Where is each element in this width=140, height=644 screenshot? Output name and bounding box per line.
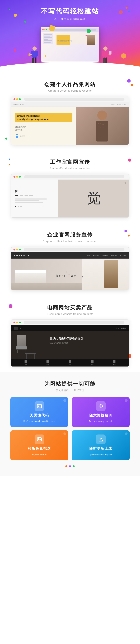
features-deco-tl bbox=[9, 8, 10, 10]
ecommerce-nav-item-2: 搜索 bbox=[116, 327, 119, 330]
studio-brand: 解 bbox=[15, 190, 55, 194]
card-deco-4 bbox=[125, 432, 127, 435]
svg-point-18 bbox=[97, 110, 107, 120]
ecommerce-bottom-cart: 购物 bbox=[113, 360, 115, 365]
ecommerce-bottom-goods: 品品 bbox=[68, 360, 72, 365]
template-title-en: Template Selection bbox=[31, 453, 48, 456]
ecommerce-title-en: E-commerce website trading products bbox=[47, 312, 93, 315]
ecommerce-desc: 探索现代极简主义的精髓 bbox=[49, 342, 123, 344]
no-code-title-zh: 无需懂代码 bbox=[30, 413, 49, 418]
portfolio-main-content: Create the highest quality design experi… bbox=[11, 107, 129, 144]
studio-nav-dots bbox=[15, 196, 55, 196]
studio-section: 工作室官网宣传 Studio official website promotio… bbox=[0, 150, 140, 223]
features-grid: 无需懂代码 Don't need to understand the code … bbox=[10, 397, 130, 460]
svg-rect-1 bbox=[32, 51, 37, 58]
ecommerce-bottom-label-4: 会员 bbox=[91, 364, 94, 365]
enterprise-center-text: Beer Family bbox=[56, 274, 84, 278]
no-code-icon-wrapper bbox=[35, 401, 44, 411]
hero-deco-dot-2 bbox=[24, 21, 26, 23]
ecommerce-browser: ∞ 搜索 购物车 bbox=[11, 320, 129, 367]
svg-rect-15 bbox=[109, 50, 111, 54]
portfolio-highlight-line1: Create the highest bbox=[17, 114, 70, 118]
ecommerce-top-nav: ∞ 搜索 购物车 bbox=[11, 325, 129, 332]
browser-dot-red bbox=[14, 98, 15, 100]
ecommerce-table-legs bbox=[26, 354, 35, 359]
ecommerce-section: 电商网站买卖产品 E-commerce website trading prod… bbox=[0, 296, 140, 372]
enterprise-main-visual: ✦ ✦ ✦ Beer Family bbox=[11, 258, 129, 290]
ecommerce-dot-yellow bbox=[16, 322, 18, 323]
portfolio-deco-right bbox=[127, 79, 133, 86]
portfolio-section: 创建个人作品集网站 Create a personal portfolio we… bbox=[0, 72, 140, 150]
hero-figure-right bbox=[99, 46, 111, 65]
card-deco-1 bbox=[63, 399, 66, 402]
browser-bar-studio bbox=[11, 174, 129, 180]
upload-icon bbox=[98, 437, 103, 442]
ecommerce-bottom-member: 会员 bbox=[91, 360, 94, 365]
enterprise-nav-join: 加入我们 bbox=[120, 254, 126, 257]
svg-rect-7 bbox=[29, 53, 30, 56]
portfolio-title-en: Create a personal portfolio website bbox=[48, 89, 92, 92]
ecommerce-title-zh: 电商网站买卖产品 bbox=[47, 304, 93, 311]
enterprise-nav-bar: BEER FAMILY 首页 关于我们 产品中心 联系我们 加入我们 bbox=[11, 252, 129, 258]
no-code-title-en: Don't need to understand the code bbox=[24, 420, 55, 423]
ecommerce-member-icon bbox=[91, 360, 94, 363]
ecommerce-logo-box bbox=[14, 326, 18, 330]
ecommerce-bottom-label-3: 品品 bbox=[68, 364, 72, 365]
studio-browser: 解 bbox=[11, 174, 129, 218]
ecommerce-nav-item-3: 购物车 bbox=[121, 327, 126, 330]
svg-point-16 bbox=[16, 134, 18, 135]
features-section: 为网站提供一切可能 所见即所得，一站式管理 无需懂代码 Don't need t… bbox=[0, 372, 140, 476]
enterprise-nav-product: 产品中心 bbox=[102, 254, 108, 257]
hero-illustration: 创造最优质的设计体验 bbox=[27, 24, 113, 65]
portfolio-left-panel: Create the highest quality design experi… bbox=[11, 107, 76, 144]
portfolio-browser-content: Macro + White Home Work About Create the… bbox=[11, 102, 129, 144]
hero-star-2: ✦ bbox=[85, 34, 87, 37]
portfolio-portrait-bg bbox=[76, 107, 129, 144]
image-icon bbox=[37, 437, 42, 442]
hero-figure-left bbox=[29, 46, 41, 65]
hero-float-circle bbox=[87, 29, 91, 33]
hero-section: 不写代码轻松建站 不一样的全新编辑体验 bbox=[0, 0, 140, 72]
drag-edit-title-zh: 随意拖拉编辑 bbox=[89, 413, 112, 418]
portfolio-title-zh: 创建个人作品集网站 bbox=[44, 81, 96, 88]
studio-top-right: 觉 bbox=[124, 182, 126, 184]
svg-point-8 bbox=[103, 46, 107, 50]
hero-wave bbox=[0, 62, 140, 72]
svg-rect-13 bbox=[105, 58, 107, 64]
ecommerce-bottom-home: 首页 bbox=[25, 360, 27, 365]
card-deco-2 bbox=[125, 399, 127, 402]
hero-deco-dot-5 bbox=[121, 53, 126, 58]
portfolio-sub-text: 创造最优质的 设计体验 bbox=[15, 125, 73, 131]
ecommerce-deco-left bbox=[9, 304, 13, 308]
enterprise-browser: BEER FAMILY 首页 关于我们 产品中心 联系我们 加入我们 bbox=[11, 247, 129, 290]
svg-rect-10 bbox=[102, 51, 104, 56]
feature-card-drag-edit: 随意拖拉编辑 Feel free to drag and edit bbox=[72, 397, 130, 427]
studio-deco-right bbox=[128, 158, 131, 162]
svg-rect-12 bbox=[103, 58, 105, 64]
ecommerce-cart-icon bbox=[113, 360, 115, 363]
enterprise-title-en: Corporate official website service promo… bbox=[43, 240, 97, 242]
ecommerce-main-area: 黑约，新鲜和独特的设计 探索现代极简主义的精髓 bbox=[11, 332, 129, 359]
enterprise-deco-right bbox=[124, 230, 130, 236]
feature-card-update: 随时更新上线 Update online at any time bbox=[72, 430, 130, 460]
move-icon bbox=[98, 404, 103, 409]
enterprise-dot-red bbox=[14, 249, 15, 250]
browser-bar-ecommerce bbox=[11, 320, 129, 325]
studio-bottom-dots bbox=[115, 215, 126, 215]
studio-char: 觉 bbox=[87, 189, 100, 208]
studio-dot-green bbox=[19, 176, 21, 178]
portfolio-site-nav: Macro + White Home Work About bbox=[11, 102, 129, 107]
update-icon-wrapper bbox=[96, 434, 106, 444]
update-title-zh: 随时更新上线 bbox=[89, 446, 112, 451]
enterprise-browser-content: BEER FAMILY 首页 关于我们 产品中心 联系我们 加入我们 bbox=[11, 252, 129, 290]
hero-deco-dot-1 bbox=[14, 14, 17, 17]
enterprise-main-content: BEER FAMILY 首页 关于我们 产品中心 联系我们 加入我们 bbox=[11, 252, 129, 290]
studio-main-content: 解 bbox=[11, 180, 129, 218]
ecommerce-heading: 黑约，新鲜和独特的设计 bbox=[49, 336, 123, 341]
ecommerce-bottom-label-5: 购物 bbox=[113, 364, 115, 365]
ecommerce-bottom-label-1: 首页 bbox=[25, 364, 27, 365]
ecommerce-text-area: 黑约，新鲜和独特的设计 探索现代极简主义的精髓 bbox=[49, 335, 123, 344]
feature-card-no-code: 无需懂代码 Don't need to understand the code bbox=[10, 397, 68, 427]
enterprise-nav-about: 关于我们 bbox=[93, 254, 99, 257]
ecommerce-browser-content: ∞ 搜索 购物车 bbox=[11, 325, 129, 366]
